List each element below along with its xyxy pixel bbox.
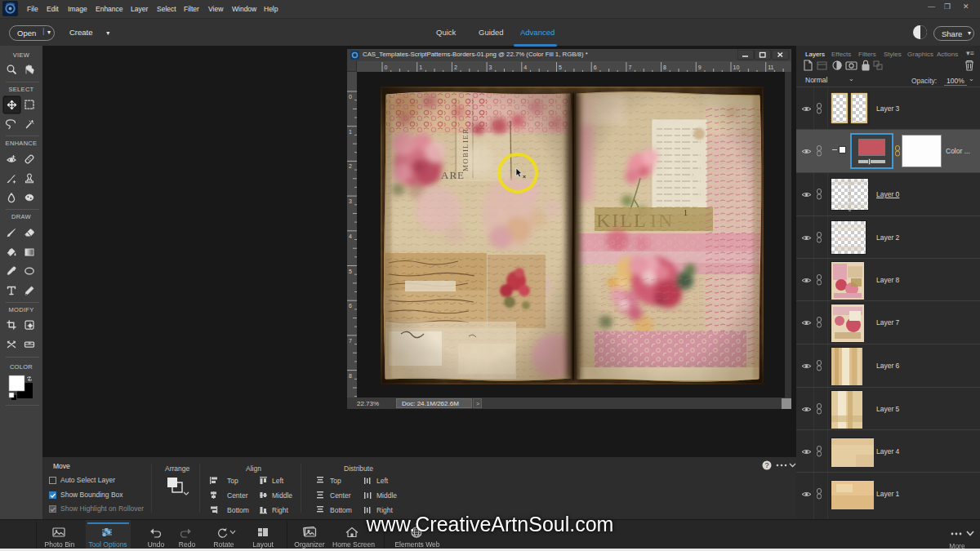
svg-text:Undo: Undo: [148, 540, 165, 549]
svg-text:3: 3: [489, 64, 492, 70]
svg-text:Photo Bin: Photo Bin: [45, 540, 75, 549]
svg-text:Elements Web: Elements Web: [394, 540, 439, 549]
svg-text:Redo: Redo: [179, 540, 196, 549]
svg-text:6: 6: [594, 64, 597, 70]
svg-text:Tool Options: Tool Options: [88, 540, 127, 549]
svg-text:1: 1: [349, 129, 352, 135]
svg-text:7: 7: [349, 338, 352, 344]
svg-text:9: 9: [698, 64, 702, 70]
svg-text:Layout: Layout: [252, 540, 274, 549]
svg-text:4: 4: [523, 64, 527, 70]
svg-text:2: 2: [349, 163, 352, 169]
svg-text:?: ?: [764, 461, 768, 469]
svg-text:10: 10: [733, 64, 740, 70]
svg-text:0: 0: [349, 94, 352, 100]
svg-text:7: 7: [628, 64, 631, 70]
svg-text:Home Screen: Home Screen: [332, 540, 375, 549]
svg-text:4: 4: [349, 233, 352, 239]
svg-text:5: 5: [559, 64, 562, 70]
svg-text:1: 1: [419, 64, 422, 70]
svg-text:2: 2: [454, 64, 457, 70]
svg-text:0: 0: [385, 64, 388, 70]
svg-text:8: 8: [349, 373, 352, 379]
svg-text:Organizer: Organizer: [294, 540, 324, 549]
svg-text:11: 11: [768, 64, 773, 70]
svg-text:5: 5: [349, 269, 352, 274]
svg-text:8: 8: [663, 64, 666, 70]
svg-text:6: 6: [349, 303, 352, 309]
svg-text:3: 3: [349, 198, 352, 204]
svg-text:Rotate: Rotate: [213, 540, 234, 549]
